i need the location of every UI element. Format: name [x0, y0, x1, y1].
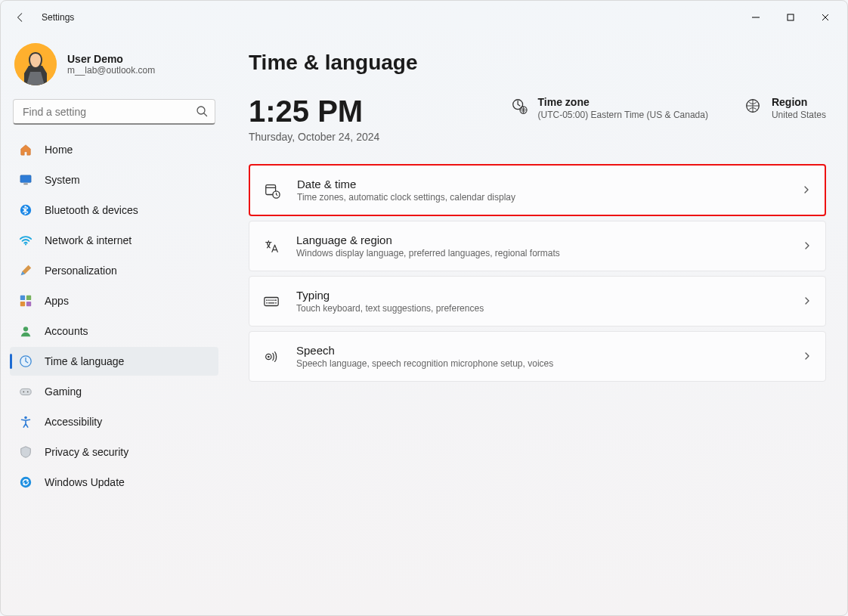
- current-time: 1:25 PM: [249, 96, 379, 126]
- system-icon: [19, 173, 32, 187]
- back-button[interactable]: [8, 5, 32, 29]
- card-typing[interactable]: Typing Touch keyboard, text suggestions,…: [249, 276, 826, 327]
- profile-name: User Demo: [67, 53, 155, 65]
- titlebar: Settings: [1, 1, 847, 34]
- sidebar-item-time-language[interactable]: Time & language: [10, 347, 218, 376]
- svg-point-26: [268, 355, 270, 358]
- region-summary: Region United States: [744, 96, 826, 120]
- svg-rect-0: [788, 14, 794, 20]
- timezone-value: (UTC-05:00) Eastern Time (US & Canada): [538, 110, 708, 120]
- sidebar-item-label: Gaming: [45, 385, 82, 398]
- sidebar-item-privacy[interactable]: Privacy & security: [10, 438, 218, 466]
- gaming-icon: [19, 385, 32, 398]
- card-text: Speech Speech language, speech recogniti…: [296, 344, 553, 369]
- card-text: Typing Touch keyboard, text suggestions,…: [296, 289, 484, 314]
- current-date: Thursday, October 24, 2024: [249, 131, 379, 143]
- sidebar: User Demo m__lab@outlook.com Home System…: [1, 34, 227, 615]
- apps-icon: [19, 294, 32, 308]
- card-title: Date & time: [297, 178, 515, 190]
- profile-email: m__lab@outlook.com: [67, 65, 155, 76]
- profile-text: User Demo m__lab@outlook.com: [67, 53, 155, 76]
- card-subtitle: Touch keyboard, text suggestions, prefer…: [296, 303, 484, 314]
- card-subtitle: Windows display language, preferred lang…: [296, 248, 560, 258]
- minimize-button[interactable]: [738, 5, 773, 29]
- card-title: Language & region: [296, 234, 560, 246]
- sidebar-item-gaming[interactable]: Gaming: [10, 377, 218, 406]
- svg-rect-14: [20, 388, 31, 395]
- svg-point-12: [23, 327, 28, 331]
- clock-block: 1:25 PM Thursday, October 24, 2024: [249, 96, 379, 143]
- sidebar-item-label: Bluetooth & devices: [45, 204, 138, 216]
- sidebar-item-label: Home: [45, 144, 73, 156]
- sidebar-item-update[interactable]: Windows Update: [10, 468, 218, 497]
- language-icon: [263, 238, 280, 255]
- time-language-icon: [19, 354, 32, 368]
- avatar-icon: [14, 43, 57, 85]
- windows-update-icon: [19, 475, 32, 489]
- svg-point-15: [23, 392, 24, 393]
- region-label: Region: [772, 96, 826, 108]
- region-text: Region United States: [772, 96, 826, 120]
- chevron-right-icon: [802, 184, 811, 197]
- timezone-summary: Time zone (UTC-05:00) Eastern Time (US &…: [511, 96, 708, 120]
- search-input[interactable]: [13, 99, 215, 125]
- svg-rect-8: [20, 296, 25, 300]
- maximize-icon: [787, 14, 794, 21]
- sidebar-item-bluetooth[interactable]: Bluetooth & devices: [10, 196, 218, 224]
- card-subtitle: Speech language, speech recognition micr…: [296, 358, 553, 369]
- svg-point-18: [20, 477, 31, 488]
- app-title: Settings: [42, 12, 74, 23]
- globe-icon: [744, 98, 761, 114]
- card-language-region[interactable]: Language & region Windows display langua…: [249, 221, 826, 271]
- profile-block[interactable]: User Demo m__lab@outlook.com: [10, 43, 218, 99]
- sidebar-item-label: Windows Update: [45, 476, 125, 488]
- sidebar-item-label: Accounts: [45, 325, 88, 337]
- personalization-icon: [19, 264, 32, 277]
- card-date-time[interactable]: Date & time Time zones, automatic clock …: [249, 164, 826, 216]
- svg-rect-3: [20, 175, 31, 183]
- page-title: Time & language: [249, 51, 826, 75]
- summary-row: 1:25 PM Thursday, October 24, 2024 Time …: [249, 96, 826, 143]
- chevron-right-icon: [803, 240, 812, 253]
- maximize-button[interactable]: [773, 5, 808, 29]
- card-title: Typing: [296, 289, 484, 302]
- calendar-clock-icon: [264, 182, 280, 199]
- sidebar-item-label: System: [45, 174, 80, 186]
- privacy-icon: [19, 445, 32, 459]
- svg-point-2: [197, 107, 205, 114]
- close-button[interactable]: [808, 5, 843, 29]
- wifi-icon: [19, 234, 32, 247]
- speech-icon: [263, 348, 280, 365]
- accessibility-icon: [19, 415, 32, 429]
- keyboard-icon: [263, 293, 280, 310]
- sidebar-item-system[interactable]: System: [10, 166, 218, 194]
- search-box: [13, 99, 215, 125]
- sidebar-item-accounts[interactable]: Accounts: [10, 317, 218, 345]
- search-icon: [196, 105, 208, 120]
- sidebar-item-label: Network & internet: [45, 234, 132, 246]
- sidebar-item-label: Privacy & security: [45, 446, 128, 458]
- card-text: Date & time Time zones, automatic clock …: [297, 178, 515, 203]
- chevron-right-icon: [803, 350, 812, 364]
- sidebar-item-accessibility[interactable]: Accessibility: [10, 407, 218, 436]
- sidebar-item-personalization[interactable]: Personalization: [10, 256, 218, 285]
- avatar: [14, 43, 57, 85]
- sidebar-item-apps[interactable]: Apps: [10, 286, 218, 315]
- bluetooth-icon: [19, 203, 32, 217]
- svg-rect-9: [26, 296, 31, 300]
- timezone-text: Time zone (UTC-05:00) Eastern Time (US &…: [538, 96, 708, 120]
- chevron-right-icon: [803, 295, 812, 308]
- accounts-icon: [19, 324, 32, 338]
- svg-point-17: [24, 416, 27, 419]
- window-controls: [738, 5, 843, 29]
- timezone-icon: [511, 98, 528, 114]
- card-speech[interactable]: Speech Speech language, speech recogniti…: [249, 331, 826, 382]
- sidebar-item-network[interactable]: Network & internet: [10, 226, 218, 255]
- svg-rect-24: [265, 297, 278, 305]
- sidebar-item-home[interactable]: Home: [10, 135, 218, 164]
- sidebar-item-label: Apps: [45, 295, 69, 307]
- close-icon: [822, 14, 829, 21]
- svg-rect-11: [26, 302, 31, 306]
- home-icon: [19, 143, 32, 156]
- svg-point-7: [25, 243, 26, 245]
